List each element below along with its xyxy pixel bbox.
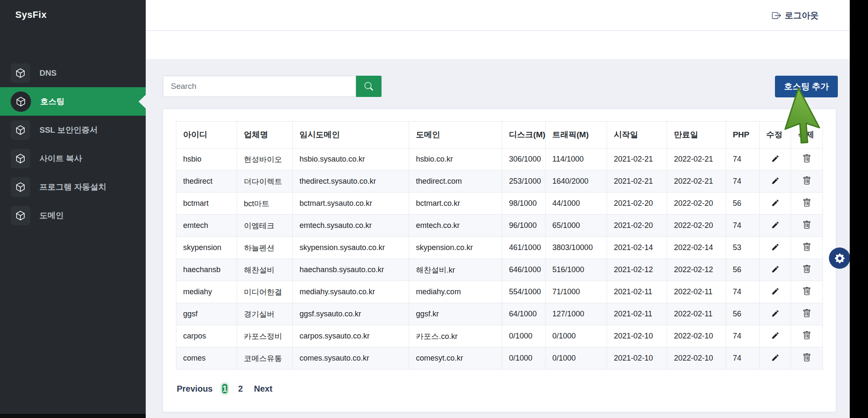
edit-button-cell [759,215,791,237]
table-cell: hsbio.co.kr [409,148,502,171]
delete-button[interactable] [802,220,812,230]
cube-icon [11,120,30,140]
table-cell: 해찬설비.kr [409,259,502,281]
cube-icon [11,206,30,225]
edit-button[interactable] [770,330,780,341]
table-cell: 카포스정비 [237,325,293,347]
delete-button[interactable] [802,353,812,363]
table-cell: emtech [176,215,237,237]
search-button[interactable] [356,76,382,97]
edit-button[interactable] [770,242,780,252]
column-header: 업체명 [237,122,293,148]
delete-button[interactable] [802,264,812,274]
table-cell: 2022-02-11 [667,281,726,303]
edit-button[interactable] [770,198,780,208]
delete-button-cell [791,193,823,215]
pagination: Previous 12 Next [177,381,823,397]
sidebar-item-ssl-cert[interactable]: SSL 보안인증서 [0,116,146,144]
delete-button[interactable] [802,308,812,318]
table-cell: 미디어한결 [237,281,293,303]
delete-button-cell [791,303,823,325]
edit-button-cell [759,237,791,259]
edit-button[interactable] [770,264,780,274]
table-row: skypension하늘펜션skypension.sysauto.co.krsk… [176,237,823,259]
cube-icon [11,177,30,197]
table-cell: 카포스.co.kr [409,325,502,347]
trash-icon [803,331,811,340]
table-cell: 2022-02-21 [667,171,726,193]
table-cell: ggsf.sysauto.co.kr [292,303,409,325]
pencil-icon [771,154,780,163]
pagination-previous[interactable]: Previous [177,384,212,394]
table-row: mediahy미디어한결mediahy.sysauto.co.krmediahy… [176,281,823,303]
table-cell: 74 [726,281,759,303]
column-header: 임시도메인 [292,122,409,148]
table-cell: 71/1000 [546,281,607,303]
table-cell: 2022-02-11 [667,303,726,325]
table-cell: 516/1000 [546,259,607,281]
sidebar-item-label: 사이트 복사 [40,153,82,164]
edit-button[interactable] [770,353,780,363]
settings-fab[interactable] [829,247,850,269]
table-cell: 74 [726,215,759,237]
logout-button[interactable]: 로그아웃 [772,0,819,31]
edit-button[interactable] [770,286,780,296]
table-cell: ggsf [176,303,237,325]
table-cell: 0/1000 [546,347,607,370]
table-cell: 현성바이오 [237,148,293,171]
delete-button[interactable] [802,242,812,252]
table-cell: 2022-02-10 [667,347,726,370]
pagination-next[interactable]: Next [254,384,272,394]
table-cell: 96/1000 [502,215,546,237]
column-header: 도메인 [409,122,502,148]
edit-button[interactable] [770,154,780,164]
edit-button[interactable] [770,220,780,230]
sidebar-item-label: SSL 보안인증서 [40,125,98,136]
table-cell: 3803/10000 [546,237,607,259]
table-cell: haechansb.sysauto.co.kr [292,259,409,281]
trash-icon [803,243,811,251]
column-header: 시작일 [607,122,667,148]
sidebar-item-dns[interactable]: DNS [0,59,146,87]
table-row: thedirect더다이렉트thedirect.sysauto.co.krthe… [176,171,823,193]
sidebar-item-domain[interactable]: 도메인 [0,201,146,230]
column-header: 디스크(M) [502,122,546,148]
pagination-page-2[interactable]: 2 [238,384,243,393]
table-cell: comes [176,347,237,370]
table-cell: 74 [726,325,759,347]
cube-icon [11,149,30,168]
edit-button[interactable] [770,308,780,318]
sidebar-item-hosting[interactable]: 호스팅 [0,87,146,116]
add-hosting-button[interactable]: 호스팅 추가 [775,76,838,97]
delete-button[interactable] [802,330,812,341]
sidebar-item-label: DNS [40,68,57,78]
table-cell: 98/1000 [502,193,546,215]
table-cell: carpos [176,325,237,347]
column-header: 수정 [759,122,791,148]
table-cell: haechansb [176,259,237,281]
table-cell: 하늘펜션 [237,237,293,259]
trash-icon [803,265,811,273]
sidebar: SysFix DNS 호스팅 SSL 보안인증서 사이트 복사 프로그램 자동설… [0,0,146,418]
sidebar-item-site-copy[interactable]: 사이트 복사 [0,144,146,173]
table-cell: 1640/2000 [546,171,607,193]
cube-icon [11,63,30,83]
table-cell: 2022-02-12 [667,259,726,281]
hosting-table: 아이디업체명임시도메인도메인디스크(M)트래픽(M)시작일만료일PHP수정삭제 … [176,121,823,370]
trash-icon [803,154,811,163]
edit-button[interactable] [770,176,780,186]
table-cell: 0/1000 [502,325,546,347]
pagination-page-1[interactable]: 1 [222,384,227,393]
delete-button[interactable] [802,154,812,164]
table-cell: 0/1000 [546,325,607,347]
table-cell: skypension [176,237,237,259]
table-cell: skypension.sysauto.co.kr [292,237,409,259]
table-cell: 2021-02-10 [607,325,667,347]
trash-icon [803,287,811,296]
logout-label: 로그아웃 [785,10,819,21]
delete-button[interactable] [802,198,812,208]
sidebar-item-auto-install[interactable]: 프로그램 자동설치 [0,173,146,201]
delete-button[interactable] [802,286,812,296]
search-input[interactable] [163,76,356,97]
delete-button[interactable] [802,176,812,186]
